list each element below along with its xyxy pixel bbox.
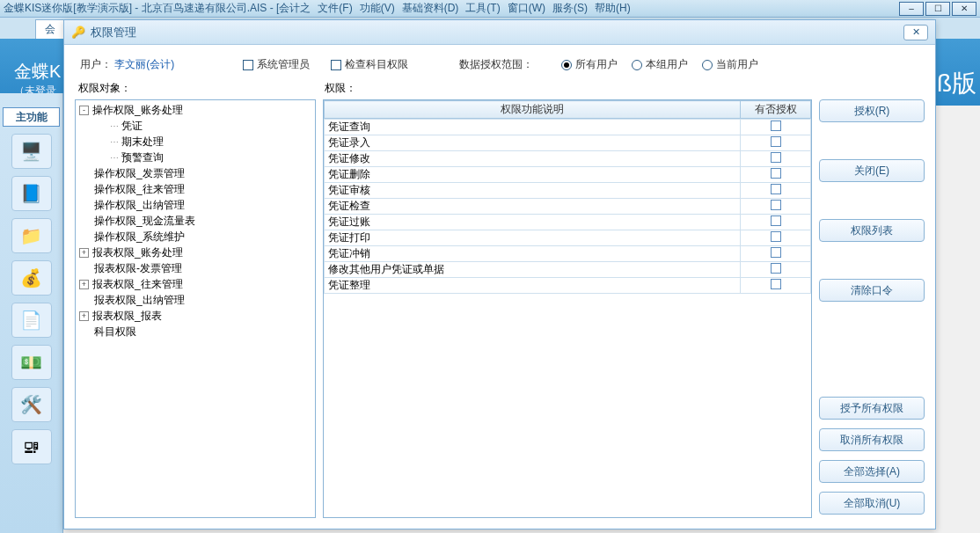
auth-checkbox[interactable] (771, 263, 781, 274)
auth-checkbox[interactable] (771, 247, 781, 258)
rights-row-auth-cell[interactable] (741, 246, 811, 262)
rights-header-desc[interactable]: 权限功能说明 (325, 101, 741, 119)
rights-row[interactable]: 凭证审核 (325, 183, 811, 199)
tree-node[interactable]: 操作权限_现金流量表 (76, 213, 315, 229)
rights-row[interactable]: 修改其他用户凭证或单据 (325, 262, 811, 278)
tree-node[interactable]: 操作权限_发票管理 (76, 165, 315, 181)
rights-row[interactable]: 凭证查询 (325, 120, 811, 135)
dialog-close-button[interactable]: ✕ (903, 25, 928, 40)
auth-checkbox[interactable] (771, 215, 781, 226)
close-button[interactable]: 关闭(E) (819, 159, 925, 182)
rights-row-desc: 凭证打印 (325, 230, 741, 246)
tree-node[interactable]: +报表权限_往来管理 (76, 276, 315, 292)
tree-node[interactable]: 操作权限_系统维护 (76, 229, 315, 245)
sidebar-icon-book[interactable]: 📘 (11, 176, 52, 211)
window-close-button[interactable]: ✕ (952, 2, 976, 16)
rights-row-desc: 凭证审核 (325, 183, 741, 199)
checkbox-check-subject[interactable]: 检查科目权限 (331, 57, 408, 72)
checkbox-sysadmin[interactable]: 系统管理员 (243, 57, 310, 72)
auth-checkbox[interactable] (771, 136, 781, 147)
tree-node[interactable]: 操作权限_出纳管理 (76, 197, 315, 213)
auth-checkbox[interactable] (771, 231, 781, 242)
sidebar-icon-tools[interactable]: 🛠️ (11, 387, 52, 422)
grant-button[interactable]: 授权(R) (819, 99, 925, 122)
sidebar-icon-cash[interactable]: 💵 (11, 345, 52, 380)
select-all-button[interactable]: 全部选择(A) (819, 460, 925, 483)
expand-icon[interactable]: + (79, 280, 89, 289)
menu-function[interactable]: 功能(V) (358, 1, 397, 16)
app-tab-accounting[interactable]: 会 (35, 19, 65, 39)
rights-label: 权限： (325, 81, 356, 96)
maximize-button[interactable]: ☐ (925, 2, 950, 16)
auth-checkbox[interactable] (771, 168, 781, 179)
rights-row-desc: 凭证整理 (325, 278, 741, 294)
rights-row-auth-cell[interactable] (741, 120, 811, 135)
tree-node[interactable]: +报表权限_报表 (76, 308, 315, 324)
permission-tree[interactable]: -操作权限_账务处理⋯凭证⋯期末处理⋯预警查询操作权限_发票管理操作权限_往来管… (75, 99, 316, 518)
rights-row[interactable]: 凭证冲销 (325, 246, 811, 262)
sidebar-icon-folder[interactable]: 📁 (11, 218, 52, 253)
minimize-button[interactable]: – (899, 2, 924, 16)
rights-row-auth-cell[interactable] (741, 262, 811, 278)
rights-row[interactable]: 凭证过账 (325, 215, 811, 230)
menu-tools[interactable]: 工具(T) (464, 1, 501, 16)
sidebar-icon-monitor[interactable]: 🖥️ (11, 134, 52, 169)
collapse-icon[interactable]: - (79, 106, 89, 115)
expand-icon[interactable]: + (79, 248, 89, 258)
auth-checkbox[interactable] (771, 184, 781, 194)
deselect-all-button[interactable]: 全部取消(U) (819, 492, 925, 515)
rights-table: 权限功能说明 有否授权 凭证查询凭证录入凭证修改凭证删除凭证审核凭证检查凭证过账… (323, 99, 812, 518)
rights-row[interactable]: 凭证整理 (325, 278, 811, 294)
tree-node[interactable]: +报表权限_账务处理 (76, 245, 315, 260)
rights-row[interactable]: 凭证检查 (325, 199, 811, 215)
auth-checkbox[interactable] (771, 120, 781, 131)
menu-window[interactable]: 窗口(W) (506, 1, 547, 16)
rights-row-auth-cell[interactable] (741, 151, 811, 167)
tree-node[interactable]: ⋯预警查询 (76, 150, 315, 165)
rights-row[interactable]: 凭证修改 (325, 151, 811, 167)
checkbox-icon (331, 60, 341, 70)
rights-row-auth-cell[interactable] (741, 135, 811, 151)
tree-node[interactable]: ⋯凭证 (76, 118, 315, 134)
rights-row-auth-cell[interactable] (741, 199, 811, 215)
rights-row-desc: 凭证录入 (325, 135, 741, 151)
rights-row[interactable]: 凭证录入 (325, 135, 811, 151)
auth-checkbox[interactable] (771, 152, 781, 163)
rights-row-auth-cell[interactable] (741, 278, 811, 294)
tree-node[interactable]: ⋯期末处理 (76, 134, 315, 150)
tree-node-label: 操作权限_发票管理 (94, 166, 185, 181)
tree-node[interactable]: 科目权限 (76, 324, 315, 340)
permission-list-button[interactable]: 权限列表 (819, 219, 925, 242)
rights-row[interactable]: 凭证打印 (325, 230, 811, 246)
tree-node[interactable]: -操作权限_账务处理 (76, 102, 315, 118)
rights-row[interactable]: 凭证删除 (325, 167, 811, 183)
sidebar-icon-screen[interactable]: 🖳 (11, 429, 52, 464)
sidebar-icon-doc[interactable]: 📄 (11, 303, 52, 338)
auth-checkbox[interactable] (771, 279, 781, 289)
menu-basedata[interactable]: 基础资料(D) (400, 1, 461, 16)
tree-node[interactable]: 操作权限_往来管理 (76, 181, 315, 197)
menu-file[interactable]: 文件(F) (316, 1, 354, 16)
revoke-all-button[interactable]: 取消所有权限 (819, 428, 925, 451)
expand-icon[interactable]: + (79, 311, 89, 321)
tree-node[interactable]: 报表权限_出纳管理 (76, 292, 315, 308)
radio-group-users[interactable]: 本组用户 (632, 57, 688, 72)
clear-password-button[interactable]: 清除口令 (819, 279, 925, 302)
rights-row-auth-cell[interactable] (741, 215, 811, 230)
rights-header-auth[interactable]: 有否授权 (741, 101, 811, 119)
brand-main: 金蝶K (14, 60, 61, 84)
sidebar-icon-money[interactable]: 💰 (11, 260, 52, 296)
rights-row-auth-cell[interactable] (741, 230, 811, 246)
rights-row-auth-cell[interactable] (741, 167, 811, 183)
rights-row-auth-cell[interactable] (741, 183, 811, 199)
auth-checkbox[interactable] (771, 200, 781, 210)
user-name: 李文丽(会计) (114, 58, 174, 70)
tree-node[interactable]: 报表权限-发票管理 (76, 260, 315, 276)
sidebar-tab-main[interactable]: 主功能 (3, 107, 60, 127)
menu-service[interactable]: 服务(S) (551, 1, 589, 16)
radio-current-user[interactable]: 当前用户 (702, 57, 758, 72)
radio-all-users[interactable]: 所有用户 (561, 57, 618, 72)
grant-all-button[interactable]: 授予所有权限 (819, 397, 925, 420)
menu-help[interactable]: 帮助(H) (593, 1, 633, 16)
checkbox-icon (243, 60, 253, 70)
